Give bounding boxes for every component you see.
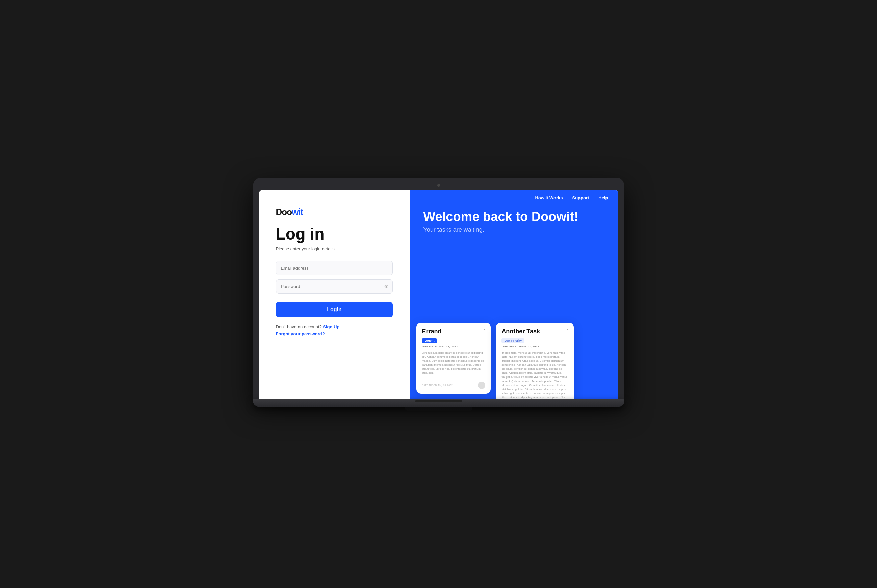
laptop-base <box>253 399 624 406</box>
sign-up-link[interactable]: Sign Up <box>323 324 339 329</box>
card-another-due: DUE DATE: June 23, 2022 <box>501 345 569 348</box>
card-errand: ··· Errand Urgent DUE DATE: May 23, 2022… <box>417 322 491 394</box>
card-more-icon[interactable]: ··· <box>482 327 487 333</box>
card-another-badge: Low Priority <box>501 338 525 343</box>
card-errand-body: Lorem ipsum dolor sit amet, consectetur … <box>422 351 485 375</box>
blue-panel: How It Works Support Help Welcome back t… <box>410 190 618 399</box>
card-more-icon-2[interactable]: ··· <box>565 327 570 333</box>
login-panel: Doowit Log in Please enter your login de… <box>259 190 410 399</box>
nav-bar: How It Works Support Help <box>410 190 618 206</box>
logo-text-blue: wit <box>292 207 303 217</box>
forgot-password-link[interactable]: Forgot your password? <box>276 331 393 336</box>
card-another-task: ··· Another Task Low Priority DUE DATE: … <box>496 322 574 399</box>
login-subtitle: Please enter your login details. <box>276 246 393 251</box>
nav-item-help[interactable]: Help <box>599 195 608 200</box>
login-title: Log in <box>276 225 393 243</box>
laptop-screen: Doowit Log in Please enter your login de… <box>259 190 618 399</box>
laptop-frame: Doowit Log in Please enter your login de… <box>253 178 624 399</box>
login-button[interactable]: Login <box>276 302 393 318</box>
login-footer: Don't have an account? Sign Up Forgot yo… <box>276 324 393 336</box>
email-input[interactable] <box>276 261 393 275</box>
camera-dot <box>437 184 440 186</box>
card-another-title: Another Task <box>501 328 569 335</box>
nav-item-how-it-works[interactable]: How It Works <box>535 195 563 200</box>
laptop-stand <box>405 406 472 411</box>
nav-item-support[interactable]: Support <box>572 195 589 200</box>
eye-icon[interactable]: 👁 <box>384 284 389 290</box>
card-errand-footer: DATE ADDED: May 23, 2022 <box>422 378 485 389</box>
cards-area: ··· Errand Urgent DUE DATE: May 23, 2022… <box>417 319 618 399</box>
card-errand-badge: Urgent <box>422 338 437 343</box>
welcome-title: Welcome back to Doowit! <box>423 209 605 225</box>
card-errand-due: DUE DATE: May 23, 2022 <box>422 345 485 348</box>
logo-text-black: Doo <box>276 207 292 217</box>
no-account-text: Don't have an account? <box>276 324 322 329</box>
card-errand-avatar <box>478 381 485 389</box>
password-wrapper: 👁 <box>276 279 393 294</box>
welcome-subtitle: Your tasks are waiting. <box>423 226 605 234</box>
logo: Doowit <box>276 207 393 217</box>
card-errand-title: Errand <box>422 328 485 335</box>
card-another-body: In eros justo, rhoncus ut, imperdiet a, … <box>501 351 569 399</box>
password-input[interactable] <box>276 279 393 294</box>
card-errand-date-added: DATE ADDED: May 23, 2022 <box>422 384 453 386</box>
welcome-section: Welcome back to Doowit! Your tasks are w… <box>410 206 618 240</box>
laptop-wrapper: Doowit Log in Please enter your login de… <box>253 178 624 411</box>
